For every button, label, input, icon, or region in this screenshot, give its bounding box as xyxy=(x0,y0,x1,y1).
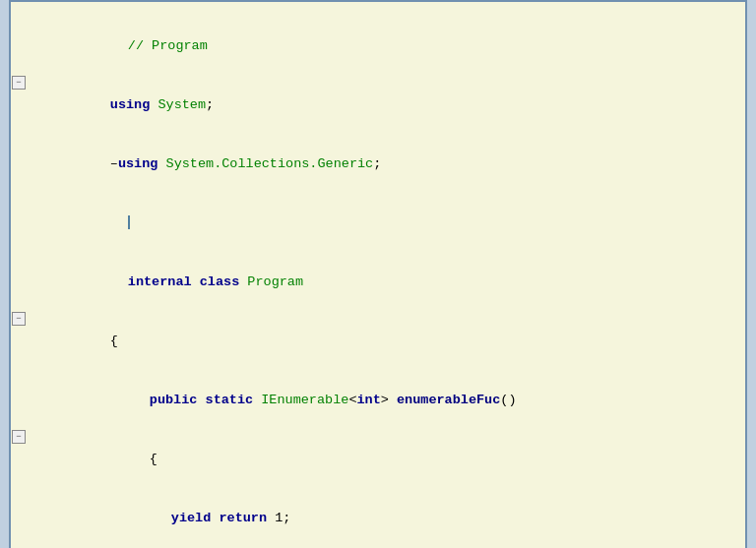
type-ienumerable: IEnumerable xyxy=(261,393,348,407)
collapse-8[interactable]: − xyxy=(12,430,26,444)
line-4 xyxy=(11,194,745,253)
kw-internal: internal xyxy=(128,274,192,289)
kw-int-1: int xyxy=(356,393,380,407)
editor-window: // Program − using System; –using System… xyxy=(9,0,747,548)
class-program: Program xyxy=(247,274,303,289)
line-3: –using System.Collections.Generic; xyxy=(11,135,745,194)
method-enumerablefuc: enumerableFuc xyxy=(397,393,500,407)
line-7: public static IEnumerable<int> enumerabl… xyxy=(11,371,745,430)
code-1: // Program xyxy=(42,17,745,76)
gutter-8: − xyxy=(11,430,29,444)
kw-class: class xyxy=(200,274,240,289)
kw-yield-1: yield xyxy=(171,511,212,525)
kw-return-1: return xyxy=(219,511,267,525)
code-9: yield return 1; xyxy=(42,489,745,548)
code-3: –using System.Collections.Generic; xyxy=(42,135,745,194)
ns-collections: System.Collections.Generic xyxy=(166,156,374,171)
line-5: internal class Program xyxy=(11,253,745,312)
line-8: − { xyxy=(11,430,745,489)
code-8: { xyxy=(42,430,745,489)
kw-public: public xyxy=(150,393,198,407)
line-1: // Program xyxy=(11,17,745,76)
gutter-6: − xyxy=(11,312,29,326)
kw-using-1: using xyxy=(110,97,151,112)
ns-system: System xyxy=(158,97,206,112)
code-5: internal class Program xyxy=(42,253,745,312)
gutter-2: − xyxy=(11,76,29,90)
code-area: // Program − using System; –using System… xyxy=(11,12,745,548)
code-7: public static IEnumerable<int> enumerabl… xyxy=(42,371,745,430)
cursor-bar xyxy=(128,215,130,229)
collapse-6[interactable]: − xyxy=(12,312,26,326)
line-6: − { xyxy=(11,312,745,371)
comment-1: // Program xyxy=(128,38,208,53)
code-4 xyxy=(42,194,745,253)
line-2: − using System; xyxy=(11,76,745,135)
line-9: yield return 1; xyxy=(11,489,745,548)
collapse-2[interactable]: − xyxy=(12,76,26,90)
kw-using-2: using xyxy=(118,156,158,171)
code-2: using System; xyxy=(42,76,745,135)
code-6: { xyxy=(42,312,745,371)
kw-static: static xyxy=(206,393,254,407)
